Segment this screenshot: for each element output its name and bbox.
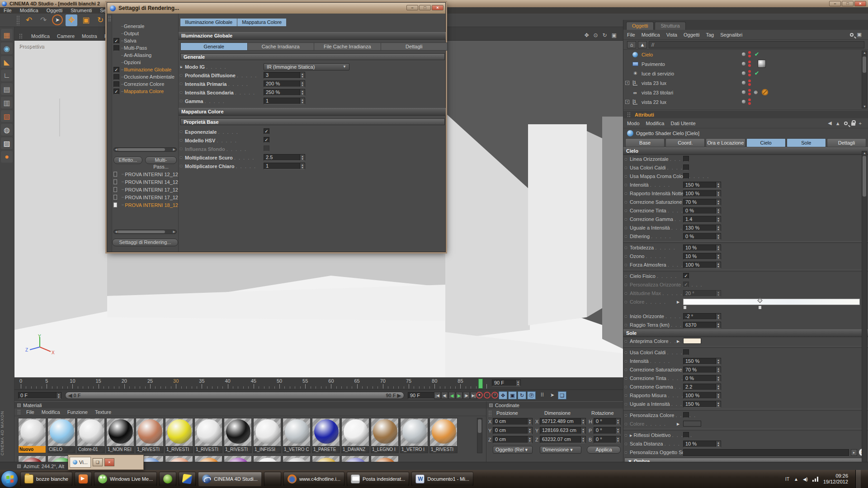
anim-dot[interactable] xyxy=(180,148,182,150)
attr-field[interactable]: 10 %▲▼ xyxy=(683,441,721,447)
gradient-marker[interactable] xyxy=(758,305,762,310)
dialog-maximize-button[interactable]: □ xyxy=(419,5,431,10)
gi-subtab-file-cache-irradianza[interactable]: File Cache Irradianza xyxy=(314,42,381,51)
material-tile[interactable] xyxy=(224,455,252,462)
material-tile[interactable]: 1_RIVESTI xyxy=(136,418,164,453)
field-stepper[interactable]: ▲▼ xyxy=(300,98,305,104)
anim-dot[interactable] xyxy=(625,377,627,380)
palette-tab[interactable]: Vi... xyxy=(70,457,91,468)
material-tile[interactable] xyxy=(194,455,222,462)
tree-item-occlusione-ambientale[interactable]: Occlusione Ambientale xyxy=(112,73,178,80)
rotation-b-field[interactable]: 0 °▲▼ xyxy=(594,436,621,443)
material-tile[interactable]: 1_PARETE xyxy=(312,418,340,453)
material-tile[interactable]: 1_RIVESTI xyxy=(429,418,458,453)
visibility-editor-dot[interactable] xyxy=(748,70,751,73)
field-stepper[interactable]: ▲▼ xyxy=(716,322,721,328)
param-dropdown[interactable]: IR (Immagine Statica)▼ xyxy=(264,63,349,70)
attr-field[interactable]: 0 %▲▼ xyxy=(683,207,721,214)
field-stepper[interactable]: ▲▼ xyxy=(716,375,721,381)
layer-dot[interactable] xyxy=(742,100,745,103)
size-dropdown[interactable]: Dimensione ▾ xyxy=(540,446,581,454)
materials-scrollbar[interactable] xyxy=(477,418,482,453)
render-preset[interactable]: PROVA INTERNI 17_12 xyxy=(112,193,178,201)
clock[interactable]: 09:2619/12/2012 xyxy=(823,473,848,485)
gi-subtab-cache-irradianza[interactable]: Cache Irradianza xyxy=(248,42,315,51)
field-stepper[interactable]: ▲▼ xyxy=(300,72,305,78)
attributes-scrollbar[interactable]: ▲ ▼ xyxy=(862,151,867,467)
param-field[interactable]: 1▲▼ xyxy=(264,163,305,169)
attr-field[interactable]: 100 %▲▼ xyxy=(683,190,721,197)
disabled-sign-icon[interactable] xyxy=(762,89,768,95)
field-stepper[interactable]: ▲▼ xyxy=(716,401,721,407)
record-keyframe-button[interactable]: ● xyxy=(476,392,483,399)
record-scale-toggle[interactable]: ▣ xyxy=(508,391,517,399)
path-field[interactable]: // xyxy=(649,41,864,48)
tree-item-generale[interactable]: Generale xyxy=(112,23,178,30)
taskbar-messenger-button[interactable]: Windows Live Me... xyxy=(94,472,157,486)
anim-dot[interactable] xyxy=(625,386,627,388)
anim-dot[interactable] xyxy=(625,369,627,371)
tree-item-multi-pass[interactable]: Multi-Pass xyxy=(112,44,178,52)
current-frame-field[interactable]: 0 F▲▼ xyxy=(18,392,61,399)
attr-checkbox[interactable] xyxy=(683,173,689,179)
render-settings-button[interactable]: Settaggi di Rendering... xyxy=(112,239,178,246)
tree-checkbox[interactable] xyxy=(113,81,119,87)
record-parameter-toggle[interactable]: Ⓟ xyxy=(527,391,536,399)
pan-view-icon[interactable]: ✥ xyxy=(584,32,589,38)
model-mode-icon[interactable]: ◉ xyxy=(1,42,13,54)
attr-field[interactable]: 150 %▲▼ xyxy=(683,182,721,188)
effect-button[interactable]: Effetto... xyxy=(113,156,142,164)
link-arrow-button[interactable]: ▸ xyxy=(851,449,857,456)
toolbar-grip[interactable] xyxy=(16,15,19,25)
enable-axis-icon[interactable]: ◍ xyxy=(1,124,13,136)
attr-field[interactable]: 0 %▲▼ xyxy=(683,375,721,382)
attr-field[interactable]: 10 %▲▼ xyxy=(683,244,721,251)
field-stepper[interactable]: ▲▼ xyxy=(716,253,721,259)
menu-item-modifica[interactable]: Modifica xyxy=(20,8,38,13)
attr-tab-base[interactable]: Base xyxy=(625,138,665,147)
dialog-close-button[interactable]: × xyxy=(432,5,443,10)
workplane-icon[interactable]: ∟ xyxy=(1,70,13,81)
field-stepper[interactable]: ▲▼ xyxy=(716,358,721,364)
position-x-field[interactable]: 0 cm▲▼ xyxy=(493,418,533,425)
dimension-z-field[interactable]: 63232.07 cm▲▼ xyxy=(540,436,586,443)
selection-arrow-button[interactable]: ➤ xyxy=(548,391,557,399)
visibility-editor-dot[interactable] xyxy=(748,80,751,82)
anim-dot[interactable] xyxy=(625,201,627,203)
material-tile[interactable] xyxy=(18,455,46,462)
anim-dot[interactable] xyxy=(625,275,627,277)
undo-icon[interactable]: ↶ xyxy=(23,14,35,26)
taskbar-c4d-button[interactable]: CINEMA 4D Studi... xyxy=(198,472,262,486)
network-icon[interactable] xyxy=(812,477,819,482)
taskbar-word-button[interactable]: Documento1 - Mi... xyxy=(411,472,473,486)
tree-item-mappatura-colore[interactable]: ✓Mappatura Colore xyxy=(112,88,178,95)
edges-mode-icon[interactable]: ▥ xyxy=(1,97,13,108)
keyframe-selection-button[interactable]: ? xyxy=(491,392,498,399)
start-button[interactable] xyxy=(1,470,18,488)
attr-field[interactable]: 150 %▲▼ xyxy=(683,401,721,408)
taskbar-mail-button[interactable]: Posta indesiderat... xyxy=(347,472,409,486)
rotation-p-field[interactable]: 0 °▲▼ xyxy=(594,427,621,434)
maximize-button[interactable]: □ xyxy=(842,1,854,6)
visibility-render-dot[interactable] xyxy=(748,55,751,57)
visibility-editor-dot[interactable] xyxy=(748,99,751,101)
autokey-button[interactable]: ◌ xyxy=(484,392,491,399)
minimize-button[interactable]: – xyxy=(829,1,841,6)
anim-dot[interactable] xyxy=(180,131,182,133)
param-checkbox[interactable] xyxy=(264,145,269,151)
visibility-editor-dot[interactable] xyxy=(748,51,751,54)
volume-icon[interactable]: ◀) xyxy=(803,477,808,482)
material-tile[interactable] xyxy=(283,455,311,462)
render-preset[interactable]: PROVA INTERNI 18_12 xyxy=(112,201,178,209)
attr-field[interactable]: 1.4▲▼ xyxy=(683,216,721,223)
object-item-vista-23-titolari[interactable]: ∞vista 23 titolari⊕ xyxy=(623,88,868,97)
render-preset[interactable]: PROVA INTERNI 12_12 xyxy=(112,170,178,178)
tree-checkbox[interactable] xyxy=(113,74,119,80)
anim-dot[interactable] xyxy=(625,403,627,405)
anim-dot[interactable] xyxy=(625,167,627,169)
range-end-handle[interactable]: 90 F ▶ xyxy=(386,393,401,399)
position-y-field[interactable]: 0 cm▲▼ xyxy=(493,427,533,434)
tree-item-illuminazione-globale[interactable]: ✓Illuminazione Globale xyxy=(112,66,178,73)
field-stepper[interactable]: ▲▼ xyxy=(716,367,721,373)
show-hidden-icons[interactable]: ▲ xyxy=(794,477,798,482)
